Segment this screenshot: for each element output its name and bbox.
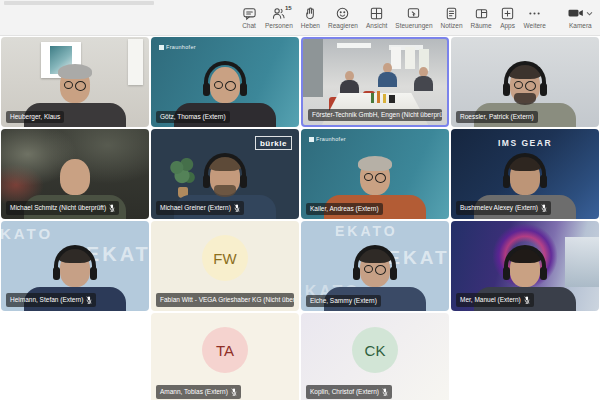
participant-name-badge: Heimann, Stefan (Extern) [6,293,96,307]
apps-label: Apps [500,22,515,29]
empty-grid-cell [451,313,599,400]
video-tile-bushmelev[interactable]: IMS GEAR Bushmelev Alexey (Extern) [451,129,599,219]
video-tile-heimann[interactable]: EKATO EKATO EKATO Heimann, Stefan (Exter… [1,221,149,311]
fraunhofer-logo: Fraunhofer [309,136,346,142]
mic-muted-icon [541,204,547,212]
ansicht-button[interactable]: Ansicht [362,5,391,29]
video-tile-heuberger[interactable]: Heuberger, Klaus [1,37,149,127]
apps-button[interactable]: Apps [496,5,520,29]
reagieren-label: Reagieren [328,22,358,29]
avatar: FW [202,235,248,281]
video-tile-amann[interactable]: TA Amann, Tobias (Extern) [151,313,299,400]
participant-name-badge: Götz, Thomas (Extern) [156,111,230,124]
participant-name-badge: Roessler, Patrick (Extern) [456,111,538,124]
steuerungen-label: Steuerungen [395,22,432,29]
reagieren-button[interactable]: Reagieren [324,5,362,29]
fraunhofer-logo: Fraunhofer [159,44,196,50]
video-tile-eiche[interactable]: EKATO EKATO EKATO Eiche, Sammy (Extern) [301,221,449,311]
react-icon [335,5,351,21]
heben-label: Heben [301,22,320,29]
video-tile-goetz[interactable]: Fraunhofer Götz, Thomas (Extern) [151,37,299,127]
video-tile-roessler[interactable]: Roessler, Patrick (Extern) [451,37,599,127]
participant-name-badge: Förster-Technik GmbH, Engen (Nicht überp… [308,109,442,122]
notes-icon [444,5,460,21]
ekato-wallpaper-text: EKATO [1,225,53,242]
teams-meeting-window: Chat 15 Personen Heben Reagieren [0,0,600,400]
ims-gear-logo: IMS GEAR [451,138,599,148]
notizen-label: Notizen [441,22,463,29]
more-icon [527,5,543,21]
mic-muted-icon [382,388,388,396]
participant-count-badge: 15 [285,5,292,11]
toolbar: Chat 15 Personen Heben Reagieren [0,5,600,30]
participant-grid: Heuberger, Klaus Fraunhofer Götz, Thomas… [1,37,599,400]
video-tile-greiner[interactable]: bürkle Michael Greiner (Extern) [151,129,299,219]
apps-icon [500,5,516,21]
empty-grid-cell [1,313,149,400]
video-tile-foerster-technik[interactable]: Förster-Technik GmbH, Engen (Nicht überp… [301,37,449,127]
chevron-down-icon[interactable] [586,10,593,17]
weitere-button[interactable]: Weitere [520,5,550,29]
steuerungen-button[interactable]: Steuerungen [391,5,436,29]
ceiling-lights [337,43,371,48]
participant-name-badge: Fabian Witt - VEGA Grieshaber KG (Nicht … [156,293,294,307]
chat-icon [241,5,257,21]
meeting-toolbar: Chat 15 Personen Heben Reagieren [0,0,600,36]
wall-art [128,39,143,85]
video-tile-koplin[interactable]: CK Koplin, Christof (Extern) [301,313,449,400]
participant-name-badge: Koplin, Christof (Extern) [306,385,392,399]
ekato-wallpaper-text: EKATO [335,223,398,239]
notizen-button[interactable]: Notizen [437,5,467,29]
raise-hand-icon [302,5,318,21]
participant-name-badge: Amann, Tobias (Extern) [156,385,241,399]
video-tile-schmitz[interactable]: Michael Schmitz (Nicht überprüft) [1,129,149,219]
room-person [411,67,437,93]
mic-muted-icon [86,296,92,304]
table-bottles [371,91,397,103]
participant-name-badge: Bushmelev Alexey (Extern) [456,201,551,215]
view-icon [369,5,385,21]
mic-muted-icon [524,296,530,304]
mic-muted-icon [234,204,240,212]
controls-icon [406,5,422,21]
camera-icon [568,5,584,21]
avatar: CK [352,327,398,373]
participant-name-badge: Kailer, Andreas (Extern) [306,203,383,216]
participant-name-badge: Mer, Manuel (Extern) [456,293,534,307]
heben-button[interactable]: Heben [297,5,324,29]
rooms-icon [473,5,489,21]
participant-name-badge: Michael Greiner (Extern) [156,201,244,215]
room-cabinet [303,39,323,97]
mic-muted-icon [109,204,115,212]
people-icon: 15 [271,5,287,21]
mic-muted-icon [231,388,237,396]
ansicht-label: Ansicht [366,22,387,29]
chat-label: Chat [242,22,256,29]
participant-name-badge: Eiche, Sammy (Extern) [306,295,381,308]
chat-button[interactable]: Chat [237,5,261,29]
room-person [375,63,401,89]
raeume-button[interactable]: Räume [467,5,496,29]
personen-label: Personen [265,22,293,29]
video-tile-kailer[interactable]: Fraunhofer Kailer, Andreas (Extern) [301,129,449,219]
kamera-button[interactable]: Kamera [564,5,597,29]
participant-name-badge: Heuberger, Klaus [6,111,64,124]
personen-button[interactable]: 15 Personen [261,5,297,29]
kamera-label: Kamera [569,22,592,29]
participant-name-badge: Michael Schmitz (Nicht überprüft) [6,201,119,215]
weitere-label: Weitere [524,22,546,29]
raeume-label: Räume [471,22,492,29]
video-tile-witt[interactable]: FW Fabian Witt - VEGA Grieshaber KG (Nic… [151,221,299,311]
video-tile-mer[interactable]: Mer, Manuel (Extern) [451,221,599,311]
buerkle-logo: bürkle [255,136,292,150]
avatar: TA [202,327,248,373]
